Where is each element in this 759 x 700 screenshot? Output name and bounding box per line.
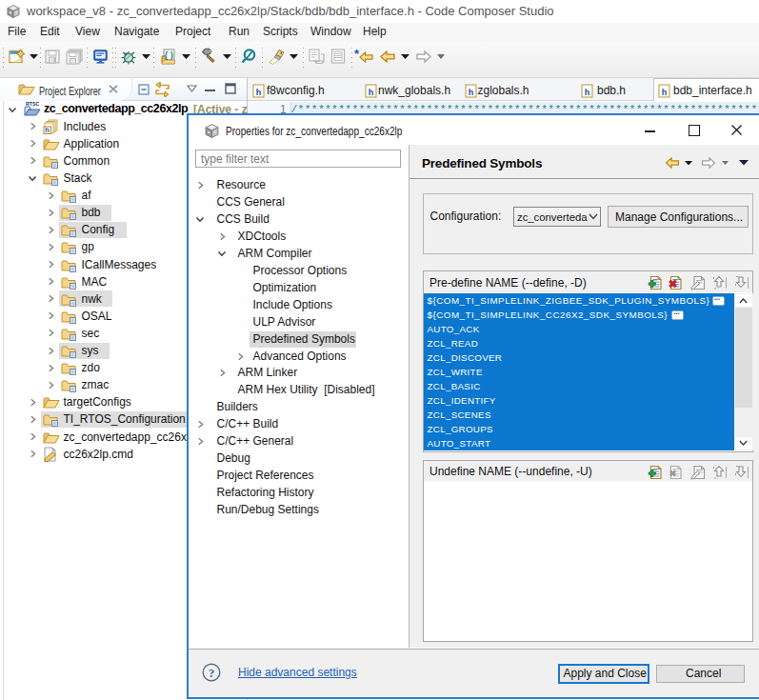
svg-text:h: h <box>369 88 374 97</box>
svg-text:h: h <box>45 126 50 134</box>
svg-text:h: h <box>585 88 590 97</box>
svg-text:RTSC: RTSC <box>26 100 39 106</box>
svg-text:?: ? <box>209 667 214 680</box>
svg-text:h: h <box>661 88 667 97</box>
svg-text:h: h <box>256 88 262 97</box>
svg-text:h: h <box>469 88 474 97</box>
